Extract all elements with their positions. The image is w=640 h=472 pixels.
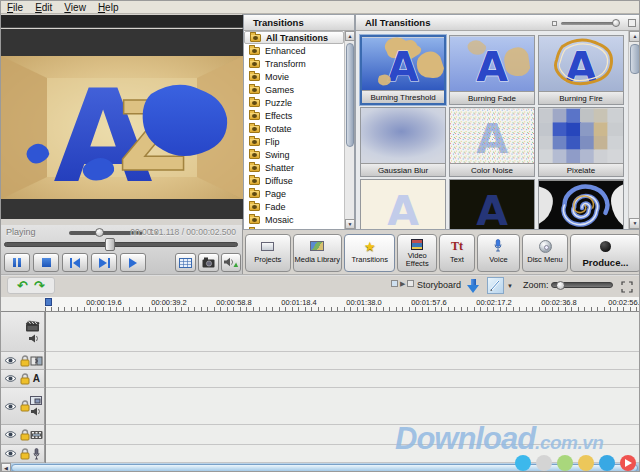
overlay-track-header[interactable]: [1, 388, 45, 425]
undo-button[interactable]: ↶: [17, 279, 28, 292]
pause-button[interactable]: [4, 253, 30, 272]
video-track-lane[interactable]: [46, 312, 640, 352]
transition-thumb-twirl-clockwise[interactable]: Twirl Clockwise: [538, 179, 624, 229]
tab-projects[interactable]: Projects: [245, 234, 291, 272]
skip-start-button[interactable]: [62, 253, 88, 272]
lock-icon[interactable]: [20, 373, 30, 385]
category-enhanced[interactable]: Enhanced: [244, 44, 344, 57]
tab-media-library[interactable]: Media Library: [293, 234, 342, 272]
tab-produce[interactable]: Produce...: [570, 234, 640, 272]
hscrollbar-thumb[interactable]: [11, 464, 638, 472]
thumbnail-size-slider[interactable]: [552, 19, 636, 28]
draw-tool-button[interactable]: [487, 277, 504, 294]
timeline-hscrollbar[interactable]: ◀: [1, 463, 640, 472]
size-slider-track[interactable]: [561, 22, 617, 25]
category-shatter[interactable]: Shatter: [244, 161, 344, 174]
tab-voice[interactable]: Voice: [477, 234, 521, 272]
skip-end-button[interactable]: [91, 253, 117, 272]
gallery-scrollbar[interactable]: ▲ ▼: [628, 31, 640, 229]
transition-thumb-flash-dark[interactable]: A Flash Dark: [449, 179, 535, 229]
thumb-art: [361, 108, 445, 164]
timeline-zoom-slider[interactable]: [551, 282, 613, 288]
transition-thumb-gaussian-blur[interactable]: Gaussian Blur: [360, 107, 446, 177]
category-transform[interactable]: Transform: [244, 57, 344, 70]
tab-disc-menu[interactable]: Disc Menu: [522, 234, 568, 272]
category-flip[interactable]: Flip: [244, 135, 344, 148]
eye-icon[interactable]: [4, 402, 17, 411]
transition-thumb-burning-fade[interactable]: A Burning Fade: [449, 35, 535, 105]
category-mosaic[interactable]: Mosaic: [244, 213, 344, 226]
lock-icon[interactable]: [20, 355, 30, 367]
scroll-up-icon[interactable]: ▲: [629, 31, 640, 42]
category-scrollbar-thumb[interactable]: [346, 43, 354, 147]
eye-icon[interactable]: [4, 374, 17, 383]
transition-thumb-flash-light[interactable]: A Flash Light: [360, 179, 446, 229]
size-slider-thumb[interactable]: [612, 19, 620, 27]
voice-track-header[interactable]: [1, 445, 45, 463]
thumb-art: [539, 180, 623, 229]
lock-icon[interactable]: [20, 400, 30, 412]
menu-view[interactable]: View: [58, 1, 92, 14]
draw-dropdown-icon[interactable]: ▼: [507, 283, 513, 289]
video-track-header[interactable]: [1, 312, 45, 352]
text-track-header[interactable]: A: [1, 370, 45, 388]
clip-track-lane[interactable]: [46, 425, 640, 445]
tab-text[interactable]: Tt Text: [439, 234, 475, 272]
category-swing[interactable]: Swing: [244, 148, 344, 161]
stop-button[interactable]: [33, 253, 59, 272]
transition-track-lane[interactable]: [46, 352, 640, 370]
redo-button[interactable]: ↷: [34, 279, 45, 292]
category-puzzle[interactable]: Puzzle: [244, 96, 344, 109]
fit-timeline-icon[interactable]: [621, 279, 633, 297]
transition-thumb-color-noise[interactable]: A Color Noise: [449, 107, 535, 177]
play-button[interactable]: [120, 253, 146, 272]
playhead-marker[interactable]: [45, 298, 52, 306]
category-rotate[interactable]: Rotate: [244, 122, 344, 135]
scroll-down-icon[interactable]: ▼: [345, 219, 355, 229]
eye-icon[interactable]: [4, 430, 17, 439]
category-clock[interactable]: Clock: [244, 226, 344, 229]
category-games[interactable]: Games: [244, 83, 344, 96]
menu-edit[interactable]: Edit: [29, 1, 58, 14]
transition-thumb-burning-fire[interactable]: A Burning Fire: [538, 35, 624, 105]
category-scrollbar[interactable]: ▲ ▼: [344, 31, 354, 229]
speed-slider-thumb[interactable]: [95, 228, 104, 237]
storyboard-toggle[interactable]: ▶: [391, 280, 414, 287]
eye-icon[interactable]: [4, 356, 17, 365]
category-page[interactable]: Page: [244, 187, 344, 200]
category-movie[interactable]: Movie: [244, 70, 344, 83]
category-all-transitions[interactable]: All Transitions: [244, 31, 344, 44]
eye-icon[interactable]: [4, 449, 17, 458]
category-label: Puzzle: [265, 98, 292, 108]
snapshot-button[interactable]: [198, 253, 219, 272]
gallery-scrollbar-thumb[interactable]: [630, 44, 640, 74]
tab-transitions[interactable]: ★ Transitions: [344, 234, 395, 272]
transition-thumb-pixelate[interactable]: Pixelate: [538, 107, 624, 177]
narration-arrow-icon[interactable]: [467, 279, 480, 293]
voice-track-lane[interactable]: [46, 445, 640, 463]
scroll-up-icon[interactable]: ▲: [345, 31, 355, 41]
tab-video-effects[interactable]: Video Effects: [397, 234, 437, 272]
category-effects[interactable]: Effects: [244, 109, 344, 122]
zoom-slider-thumb[interactable]: [556, 281, 565, 290]
transition-thumb-burning-threshold[interactable]: A Burning Threshold: [360, 35, 446, 105]
category-fade[interactable]: Fade: [244, 200, 344, 213]
seek-slider[interactable]: [4, 242, 238, 247]
menu-file[interactable]: File: [1, 1, 29, 14]
clip-track-header[interactable]: [1, 425, 45, 445]
volume-button[interactable]: [221, 253, 241, 272]
transition-track-header[interactable]: [1, 352, 45, 370]
scroll-down-icon[interactable]: ▼: [629, 218, 640, 229]
overlay-track-lane[interactable]: [46, 388, 640, 425]
category-list: All TransitionsEnhancedTransformMovieGam…: [244, 31, 344, 229]
timeline-ruler[interactable]: 00:00:19.600:00:39.200:00:58.800:01:18.4…: [45, 297, 640, 312]
text-track-lane[interactable]: [46, 370, 640, 388]
frame-grid-button[interactable]: [175, 253, 196, 272]
video-preview[interactable]: A Z: [1, 29, 243, 219]
category-diffuse[interactable]: Diffuse: [244, 174, 344, 187]
lock-icon[interactable]: [20, 448, 30, 460]
scroll-left-icon[interactable]: ◀: [1, 463, 11, 472]
menu-help[interactable]: Help: [92, 1, 125, 14]
lock-icon[interactable]: [20, 429, 30, 441]
seek-slider-thumb[interactable]: [105, 238, 115, 251]
